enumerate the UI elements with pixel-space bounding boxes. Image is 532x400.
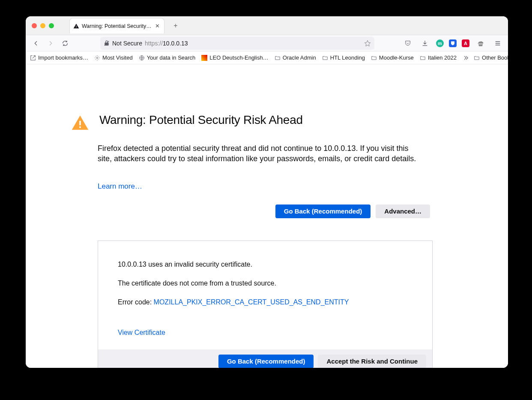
bookmark-label: Most Visited	[102, 54, 133, 61]
url-host: 10.0.0.13	[163, 40, 188, 47]
leo-icon	[201, 55, 207, 61]
folder-icon	[275, 55, 281, 61]
lock-slash-icon	[104, 40, 110, 46]
folder-icon	[474, 55, 480, 61]
bookmarks-overflow-icon[interactable]	[463, 55, 469, 61]
bookmark-oracle[interactable]: Oracle Admin	[275, 54, 316, 61]
extension-bitwarden-icon[interactable]	[449, 39, 457, 47]
bookmark-import[interactable]: Import bookmarks…	[30, 54, 88, 61]
url-text: https://10.0.0.13	[145, 40, 188, 47]
bookmark-label: LEO Deutsch-English…	[209, 54, 268, 61]
go-back-button[interactable]: Go Back (Recommended)	[275, 205, 371, 218]
toolbar-right: m A	[402, 37, 504, 49]
url-protocol: https://	[145, 40, 163, 47]
url-bar[interactable]: Not Secure https://10.0.0.13	[100, 37, 374, 50]
bookmark-other[interactable]: Other Bookmarks	[474, 54, 508, 61]
security-label: Not Secure	[112, 40, 142, 47]
cert-invalid-text: 10.0.0.13 uses an invalid security certi…	[118, 260, 412, 269]
bookmark-moodle[interactable]: Moodle-Kurse	[371, 54, 414, 61]
error-code-label: Error code:	[118, 298, 154, 306]
bookmark-label: Your data in Search	[147, 54, 196, 61]
folder-icon	[420, 55, 426, 61]
close-window-button[interactable]	[32, 23, 37, 28]
bookmark-label: Italien 2022	[428, 54, 457, 61]
page-content: Warning: Potential Security Risk Ahead F…	[26, 64, 508, 368]
bookmark-label: Import bookmarks…	[38, 54, 88, 61]
reload-button[interactable]	[59, 37, 71, 49]
app-menu-icon[interactable]	[492, 37, 504, 49]
bookmark-most-visited[interactable]: Most Visited	[94, 54, 133, 61]
extension-puzzle-icon[interactable]	[475, 37, 487, 49]
pocket-icon[interactable]	[402, 37, 414, 49]
learn-more-link[interactable]: Learn more…	[98, 182, 142, 191]
security-indicator[interactable]: Not Secure	[104, 40, 142, 47]
error-code-link[interactable]: MOZILLA_PKIX_ERROR_CA_CERT_USED_AS_END_E…	[154, 298, 349, 306]
maximize-window-button[interactable]	[49, 23, 54, 28]
bookmarks-toolbar: Import bookmarks… Most Visited Your data…	[26, 51, 508, 64]
view-certificate-link[interactable]: View Certificate	[118, 329, 165, 337]
tab-title: Warning: Potential Security Risk	[82, 23, 152, 29]
back-button[interactable]	[30, 37, 42, 49]
window-controls	[32, 23, 54, 28]
bookmark-htl[interactable]: HTL Leonding	[322, 54, 365, 61]
accept-risk-button[interactable]: Accept the Risk and Continue	[318, 355, 426, 368]
browser-tab[interactable]: Warning: Potential Security Risk ✕	[69, 18, 164, 33]
security-error-page: Warning: Potential Security Risk Ahead F…	[71, 113, 433, 368]
bookmark-leo[interactable]: LEO Deutsch-English…	[201, 54, 268, 61]
bookmark-label: Moodle-Kurse	[379, 54, 414, 61]
go-back-button-2[interactable]: Go Back (Recommended)	[218, 355, 314, 368]
warning-icon	[73, 23, 79, 29]
cert-untrusted-text: The certificate does not come from a tru…	[118, 279, 412, 288]
close-tab-icon[interactable]: ✕	[154, 23, 161, 29]
extension-m-icon[interactable]: m	[436, 39, 444, 47]
error-description: Firefox detected a potential security th…	[98, 143, 423, 164]
titlebar: Warning: Potential Security Risk ✕ +	[26, 16, 508, 35]
advanced-panel: 10.0.0.13 uses an invalid security certi…	[98, 241, 433, 368]
svg-rect-4	[79, 126, 81, 128]
bookmark-label: Other Bookmarks	[482, 54, 508, 61]
advanced-footer: Go Back (Recommended) Accept the Risk an…	[98, 349, 432, 368]
downloads-icon[interactable]	[419, 37, 431, 49]
svg-rect-3	[79, 121, 81, 126]
extension-angular-icon[interactable]: A	[462, 39, 469, 47]
browser-window: Warning: Potential Security Risk ✕ + Not…	[26, 16, 508, 368]
warning-triangle-icon	[71, 114, 89, 132]
error-title: Warning: Potential Security Risk Ahead	[99, 113, 303, 127]
navigation-toolbar: Not Secure https://10.0.0.13 m A	[26, 35, 508, 51]
svg-point-1	[96, 57, 98, 59]
bookmark-label: HTL Leonding	[330, 54, 365, 61]
advanced-button[interactable]: Advanced…	[376, 205, 430, 218]
folder-icon	[371, 55, 377, 61]
forward-button[interactable]	[45, 37, 57, 49]
new-tab-button[interactable]: +	[171, 21, 180, 30]
bookmark-your-data[interactable]: Your data in Search	[139, 54, 196, 61]
bookmark-star-icon[interactable]	[364, 40, 371, 47]
minimize-window-button[interactable]	[40, 23, 45, 28]
bookmark-italien[interactable]: Italien 2022	[420, 54, 457, 61]
error-code-line: Error code: MOZILLA_PKIX_ERROR_CA_CERT_U…	[118, 298, 412, 307]
bookmark-label: Oracle Admin	[283, 54, 316, 61]
folder-icon	[322, 55, 328, 61]
